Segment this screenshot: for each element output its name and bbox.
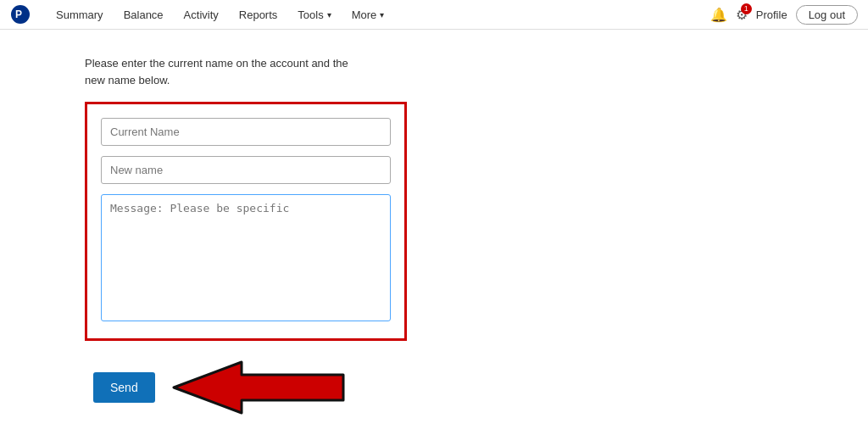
current-name-input[interactable]: [101, 118, 391, 146]
nav-summary[interactable]: Summary: [46, 0, 114, 30]
nav-links: Summary Balance Activity Reports Tools▾ …: [46, 0, 710, 30]
send-button[interactable]: Send: [93, 372, 155, 403]
nav-more[interactable]: More▾: [342, 0, 395, 30]
paypal-logo: P: [10, 4, 31, 25]
action-row: Send: [85, 358, 783, 417]
red-arrow-icon: [165, 358, 352, 417]
notification-badge: 1: [741, 3, 752, 14]
description: Please enter the current name on the acc…: [85, 55, 783, 88]
nav-activity[interactable]: Activity: [174, 0, 229, 30]
new-name-input[interactable]: [101, 156, 391, 184]
navbar: P Summary Balance Activity Reports Tools…: [0, 0, 868, 30]
nav-tools[interactable]: Tools▾: [287, 0, 341, 30]
form-container: [85, 102, 407, 341]
svg-marker-2: [174, 362, 343, 413]
nav-balance[interactable]: Balance: [114, 0, 174, 30]
nav-reports[interactable]: Reports: [229, 0, 288, 30]
bell-icon[interactable]: 🔔: [710, 7, 727, 23]
logout-button[interactable]: Log out: [796, 5, 858, 25]
profile-link[interactable]: Profile: [756, 8, 787, 21]
main-content: Please enter the current name on the acc…: [0, 30, 868, 443]
message-textarea[interactable]: [101, 194, 391, 321]
navbar-right: 🔔 ⚙ 1 Profile Log out: [710, 5, 858, 25]
svg-text:P: P: [15, 8, 22, 20]
arrow-indicator: [165, 358, 352, 417]
settings-gear[interactable]: ⚙ 1: [736, 7, 748, 23]
